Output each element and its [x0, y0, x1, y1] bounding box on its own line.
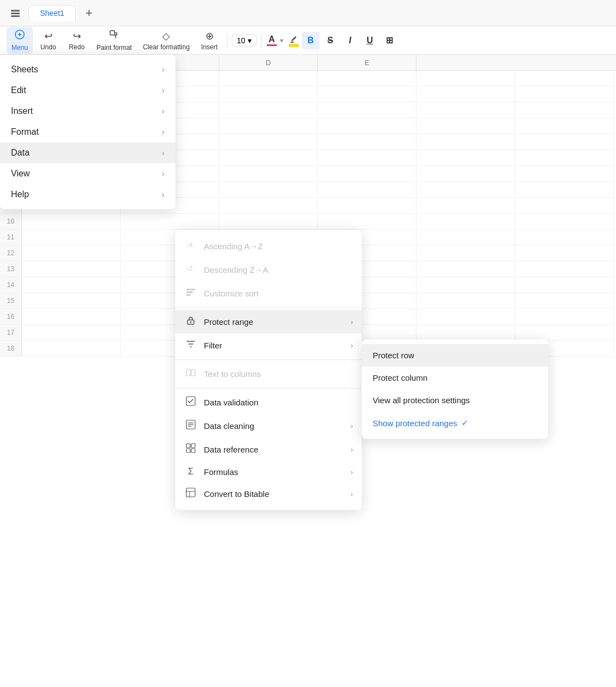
menu-item-help[interactable]: Help › [0, 184, 175, 205]
menu-item-edit[interactable]: Edit › [0, 80, 175, 101]
grid-cell[interactable] [417, 118, 515, 134]
grid-cell[interactable] [515, 277, 614, 293]
grid-cell[interactable] [515, 293, 614, 308]
grid-cell[interactable] [219, 214, 318, 229]
submenu-data-reference[interactable]: Data reference › [175, 438, 362, 461]
grid-cell[interactable] [318, 182, 417, 197]
grid-cell[interactable] [515, 166, 614, 181]
grid-cell[interactable] [22, 230, 121, 245]
grid-cell[interactable] [22, 277, 121, 293]
grid-cell[interactable] [318, 150, 417, 165]
grid-cell[interactable] [318, 87, 417, 102]
menu-item-sheets[interactable]: Sheets › [0, 59, 175, 80]
grid-cell[interactable] [417, 261, 515, 277]
grid-cell[interactable] [318, 118, 417, 134]
grid-cell[interactable] [417, 309, 515, 324]
grid-cell[interactable] [219, 182, 318, 197]
view-protection-settings-item[interactable]: View all protection settings [362, 389, 548, 411]
grid-cell[interactable] [515, 102, 614, 118]
submenu-protect-range[interactable]: Protect range › [175, 310, 362, 334]
submenu-convert-bitable[interactable]: Convert to Bitable › [175, 482, 362, 506]
borders-button[interactable]: ⊞ [381, 32, 398, 49]
grid-cell[interactable] [515, 325, 614, 340]
grid-cell[interactable] [515, 118, 614, 134]
grid-cell[interactable] [417, 230, 515, 245]
chevron-down-icon-color[interactable]: ▾ [280, 37, 283, 44]
grid-cell[interactable] [515, 134, 614, 150]
grid-cell[interactable] [417, 134, 515, 150]
grid-cell[interactable] [417, 182, 515, 197]
menu-item-insert[interactable]: Insert › [0, 101, 175, 122]
italic-button[interactable]: I [341, 32, 359, 49]
grid-cell[interactable] [515, 71, 614, 86]
grid-cell[interactable] [22, 341, 121, 356]
tab-add-button[interactable]: + [80, 4, 98, 22]
text-color-button[interactable]: A [266, 33, 278, 47]
underline-button[interactable]: U [361, 32, 379, 49]
grid-cell[interactable] [219, 166, 318, 181]
grid-cell[interactable] [219, 71, 318, 86]
grid-cell[interactable] [417, 198, 515, 213]
grid-cell[interactable] [22, 245, 121, 261]
bold-button[interactable]: B [302, 32, 320, 49]
grid-cell[interactable] [417, 214, 515, 229]
grid-cell[interactable] [417, 102, 515, 118]
grid-cell[interactable] [219, 102, 318, 118]
submenu-data-validation[interactable]: Data validation [175, 391, 362, 414]
grid-cell[interactable] [318, 134, 417, 150]
grid-cell[interactable] [22, 293, 121, 308]
paint-format-button[interactable]: Paint format [92, 27, 136, 54]
submenu-filter[interactable]: Filter › [175, 334, 362, 357]
grid-cell[interactable] [515, 182, 614, 197]
grid-cell[interactable] [219, 118, 318, 134]
grid-cell[interactable] [417, 325, 515, 340]
menu-button[interactable]: Menu [7, 27, 33, 54]
grid-cell[interactable] [515, 261, 614, 277]
strikethrough-button[interactable]: S [322, 32, 339, 49]
menu-item-format[interactable]: Format › [0, 122, 175, 142]
grid-cell[interactable] [417, 245, 515, 261]
grid-cell[interactable] [417, 166, 515, 181]
clear-formatting-button[interactable]: ◇ Clear formatting [139, 28, 194, 53]
grid-cell[interactable] [417, 71, 515, 86]
grid-cell[interactable] [417, 277, 515, 293]
grid-cell[interactable] [318, 102, 417, 118]
grid-cell[interactable] [318, 214, 417, 229]
grid-cell[interactable] [318, 198, 417, 213]
grid-cell[interactable] [515, 309, 614, 324]
layers-icon[interactable] [7, 4, 24, 22]
protect-row-item[interactable]: Protect row [362, 344, 548, 367]
grid-cell[interactable] [515, 245, 614, 261]
redo-button[interactable]: ↪ Redo [64, 28, 90, 53]
grid-cell[interactable] [515, 214, 614, 229]
highlight-button[interactable] [288, 33, 300, 48]
grid-cell[interactable] [219, 87, 318, 102]
grid-cell[interactable] [318, 71, 417, 86]
grid-cell[interactable] [515, 87, 614, 102]
grid-cell[interactable] [219, 150, 318, 165]
grid-cell[interactable] [515, 150, 614, 165]
grid-cell[interactable] [22, 261, 121, 277]
menu-item-data[interactable]: Data › [0, 142, 175, 163]
grid-cell[interactable] [219, 134, 318, 150]
grid-cell[interactable] [515, 198, 614, 213]
grid-cell[interactable] [417, 150, 515, 165]
submenu-formulas[interactable]: Σ Formulas › [175, 461, 362, 482]
tab-sheet1[interactable]: Sheet1 [28, 5, 76, 21]
submenu-data-cleaning[interactable]: Data cleaning › [175, 414, 362, 438]
grid-cell[interactable] [318, 166, 417, 181]
grid-cell[interactable] [417, 87, 515, 102]
insert-button[interactable]: ⊕ Insert [196, 28, 223, 53]
grid-cell[interactable] [121, 214, 219, 229]
grid-cell[interactable] [515, 230, 614, 245]
grid-cell[interactable] [22, 325, 121, 340]
show-protected-ranges-item[interactable]: Show protected ranges ✓ [362, 411, 548, 434]
grid-cell[interactable] [22, 309, 121, 324]
font-size-control[interactable]: 10 ▾ [232, 35, 256, 47]
grid-cell[interactable] [219, 198, 318, 213]
protect-column-item[interactable]: Protect column [362, 367, 548, 389]
grid-cell[interactable] [22, 214, 121, 229]
menu-item-view[interactable]: View › [0, 163, 175, 184]
grid-cell[interactable] [417, 293, 515, 308]
undo-button[interactable]: ↩ Undo [35, 28, 61, 53]
